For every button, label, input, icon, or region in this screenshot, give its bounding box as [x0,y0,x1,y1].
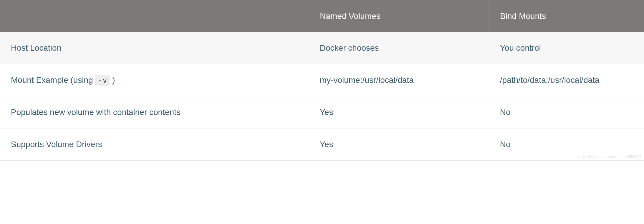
header-cell-bind-mounts: Bind Mounts [489,0,644,32]
feature-text-prefix: Supports Volume Drivers [11,140,102,149]
named-volumes-cell: Docker chooses [309,32,489,64]
feature-cell: Host Location [0,32,309,64]
feature-text-prefix: Mount Example (using [11,75,95,85]
table-header: Named Volumes Bind Mounts [0,0,644,32]
table-row: Supports Volume DriversYesNo [0,129,644,161]
feature-cell: Populates new volume with container cont… [0,96,309,129]
bind-mounts-cell: /path/to/data:/usr/local/data [489,64,644,96]
table-body: Host LocationDocker choosesYou controlMo… [0,32,644,161]
feature-text-suffix: ) [110,75,115,85]
comparison-table: Named Volumes Bind Mounts Host LocationD… [0,0,644,161]
comparison-table-wrap: Named Volumes Bind Mounts Host LocationD… [0,0,644,161]
header-row: Named Volumes Bind Mounts [0,0,644,32]
feature-text-prefix: Host Location [11,43,61,52]
feature-cell: Mount Example (using -v ) [0,64,309,96]
feature-cell: Supports Volume Drivers [0,129,309,161]
feature-text-prefix: Populates new volume with container cont… [11,108,181,117]
watermark-text: https://blog.csdn.net/along_40050577 [577,155,642,159]
table-row: Host LocationDocker choosesYou control [0,32,644,64]
bind-mounts-cell: You control [489,32,644,64]
header-cell-empty [0,0,309,32]
inline-code: -v [95,75,110,86]
named-volumes-cell: Yes [309,96,489,129]
table-row: Mount Example (using -v )my-volume:/usr/… [0,64,644,96]
bind-mounts-cell: No [489,96,644,129]
header-cell-named-volumes: Named Volumes [309,0,489,32]
table-row: Populates new volume with container cont… [0,96,644,129]
named-volumes-cell: Yes [309,129,489,161]
named-volumes-cell: my-volume:/usr/local/data [309,64,489,96]
